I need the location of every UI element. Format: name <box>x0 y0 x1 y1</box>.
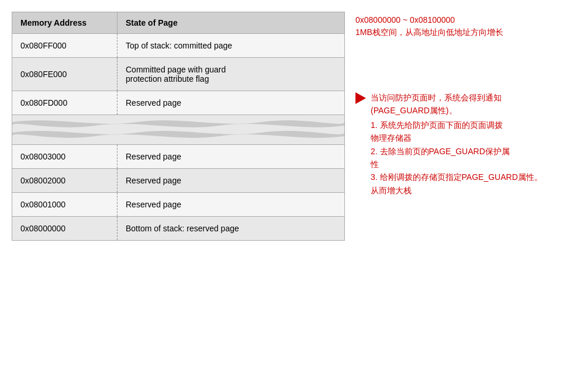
cell-state: Reserved page <box>118 169 345 193</box>
guard-annotation-text: 当访问防护页面时，系统会得到通知(PAGE_GUARD属性)。 1. 系统先给防… <box>371 91 558 197</box>
guard-step-1b: 物理存储器 <box>371 131 558 144</box>
cell-address: 0x080FF000 <box>12 34 118 58</box>
cell-state: Reserved page <box>118 145 345 169</box>
table-row: 0x08002000 Reserved page <box>12 169 345 193</box>
cell-state: Top of stack: committed page <box>118 34 345 58</box>
cell-state: Bottom of stack: reserved page <box>118 217 345 241</box>
col-header-address: Memory Address <box>12 12 118 34</box>
table-section: Memory Address State of Page 0x080FF000 … <box>12 12 345 241</box>
guard-step-2: 2. 去除当前页的PAGE_GUARD保护属 <box>371 145 558 158</box>
cell-address: 0x080FD000 <box>12 91 118 115</box>
table-row: 0x08000000 Bottom of stack: reserved pag… <box>12 217 345 241</box>
table-row: 0x08001000 Reserved page <box>12 193 345 217</box>
guard-step-4: 从而增大栈 <box>371 184 558 197</box>
memory-table: Memory Address State of Page 0x080FF000 … <box>12 12 345 241</box>
page-wrapper: Memory Address State of Page 0x080FF000 … <box>12 12 558 241</box>
wave-cell <box>12 115 345 145</box>
cell-address: 0x08000000 <box>12 217 118 241</box>
table-row: 0x080FD000 Reserved page <box>12 91 345 115</box>
guard-step-1: 1. 系统先给防护页面下面的页面调拨 <box>371 119 558 131</box>
cell-address: 0x08003000 <box>12 145 118 169</box>
guard-title: 当访问防护页面时，系统会得到通知(PAGE_GUARD属性)。 <box>371 91 558 117</box>
annotation-range: 0x08000000 ~ 0x08100000 1MB栈空间，从高地址向低地址方… <box>355 14 558 39</box>
table-header-row: Memory Address State of Page <box>12 12 345 34</box>
wave-separator-row <box>12 115 345 145</box>
cell-address: 0x08002000 <box>12 169 118 193</box>
svg-rect-0 <box>12 115 344 144</box>
annotation-section: 0x08000000 ~ 0x08100000 1MB栈空间，从高地址向低地址方… <box>355 12 558 241</box>
stack-desc-text: 1MB栈空间，从高地址向低地址方向增长 <box>355 27 503 37</box>
cell-state: Reserved page <box>118 91 345 115</box>
guard-annotation-row: 当访问防护页面时，系统会得到通知(PAGE_GUARD属性)。 1. 系统先给防… <box>355 91 558 197</box>
cell-address: 0x080FE000 <box>12 58 118 91</box>
col-header-state: State of Page <box>118 12 345 34</box>
cell-state: Reserved page <box>118 193 345 217</box>
address-range-text: 0x08000000 ~ 0x08100000 <box>355 15 455 25</box>
table-row: 0x080FE000 Committed page with guardprot… <box>12 58 345 91</box>
wave-decoration <box>12 115 344 144</box>
guard-steps: 1. 系统先给防护页面下面的页面调拨 物理存储器 2. 去除当前页的PAGE_G… <box>371 119 558 197</box>
cell-address: 0x08001000 <box>12 193 118 217</box>
arrow-right-icon <box>355 92 366 104</box>
cell-state: Committed page with guardprotection attr… <box>118 58 345 91</box>
guard-step-3: 3. 给刚调拨的存储页指定PAGE_GUARD属性。 <box>371 171 558 183</box>
table-row: 0x08003000 Reserved page <box>12 145 345 169</box>
guard-step-2b: 性 <box>371 158 558 171</box>
table-row: 0x080FF000 Top of stack: committed page <box>12 34 345 58</box>
